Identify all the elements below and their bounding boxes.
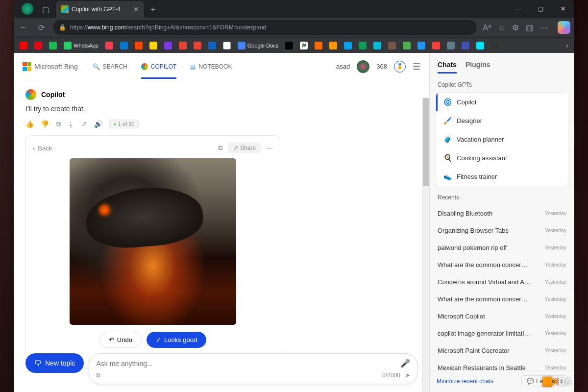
thumbs-down-icon[interactable]: 👎 xyxy=(41,120,49,128)
recent-item[interactable]: What are the common concerns arouYesterd… xyxy=(430,256,574,273)
bookmark-icon[interactable]: W xyxy=(300,42,308,49)
share-icon[interactable]: ↗ xyxy=(81,120,87,128)
bookmark-icon[interactable] xyxy=(34,42,42,49)
copilot-sidebar: Chats Plugins Copilot GPTs 🌀Copilot🖌️Des… xyxy=(430,53,574,392)
card-share-button[interactable]: ↗ Share xyxy=(227,143,262,153)
download-icon[interactable]: ⭳ xyxy=(68,120,74,128)
bookmark-icon[interactable] xyxy=(315,42,322,49)
recent-item[interactable]: Organizing Browser TabsYesterday xyxy=(430,222,574,239)
recent-item[interactable]: Microsoft Paint CocreatorYesterday xyxy=(430,342,574,359)
gpt-item[interactable]: 👟Fitness trainer xyxy=(436,167,568,186)
gpt-item[interactable]: 🌀Copilot xyxy=(436,93,568,111)
bookmark-icon[interactable] xyxy=(179,42,187,49)
chat-input[interactable] xyxy=(96,360,396,368)
thumbs-up-icon[interactable]: 👍 xyxy=(25,120,34,128)
browser-tab-active[interactable]: Copilot with GPT-4 ✕ xyxy=(56,1,144,18)
refresh-icon[interactable]: ⟳ xyxy=(35,23,47,32)
bookmark-icon[interactable] xyxy=(344,42,352,49)
bookmarks-overflow-icon[interactable]: › xyxy=(566,41,568,50)
gpt-item[interactable]: 🖌️Designer xyxy=(436,111,568,130)
new-topic-button[interactable]: 🗨 New topic xyxy=(25,353,84,373)
recent-item[interactable]: Concerns around Virtual and AugmentYeste… xyxy=(430,273,574,291)
bookmark-icon[interactable] xyxy=(223,42,231,49)
back-icon[interactable]: ← xyxy=(18,23,29,32)
bookmark-icon[interactable] xyxy=(135,42,143,49)
more-icon[interactable]: ⋯ xyxy=(540,23,548,32)
new-tab-button[interactable]: ＋ xyxy=(144,1,162,18)
bookmark-icon[interactable] xyxy=(462,42,469,49)
mic-icon[interactable]: 🎤 xyxy=(400,359,410,368)
recent-item[interactable]: Disabling BluetoothYesterday xyxy=(430,205,574,222)
generated-image[interactable] xyxy=(70,158,236,325)
bookmark-icon[interactable] xyxy=(105,42,113,49)
bookmark-googledocs[interactable]: Google Docs xyxy=(238,42,279,49)
card-more-icon[interactable]: ⋯ xyxy=(267,145,273,152)
tab-notebook[interactable]: ▤ NOTEBOOK xyxy=(190,54,232,79)
copilot-sidebar-icon[interactable] xyxy=(558,21,570,34)
recent-item[interactable]: What are the common concerns arouYesterd… xyxy=(430,291,574,308)
profile-icon[interactable] xyxy=(22,3,33,15)
bookmark-icon[interactable] xyxy=(476,42,484,49)
hamburger-icon[interactable]: ☰ xyxy=(413,61,420,72)
gpt-item[interactable]: 🧳Vacation planner xyxy=(436,130,568,148)
watermark: 🟧XDA xyxy=(542,376,571,387)
bookmark-icon[interactable] xyxy=(20,42,27,49)
bookmark-icon[interactable] xyxy=(149,42,157,49)
camera-icon[interactable]: ⧉ xyxy=(96,372,100,379)
collections-icon[interactable]: ▥ xyxy=(526,23,533,32)
minimize-window-icon[interactable]: — xyxy=(507,0,529,18)
bookmark-icon[interactable] xyxy=(329,42,337,49)
rewards-icon[interactable]: 🏅 xyxy=(394,61,406,73)
extensions-icon[interactable]: ⚙ xyxy=(512,23,519,32)
bookmark-icon[interactable] xyxy=(49,42,57,49)
tab-copilot[interactable]: COPILOT xyxy=(141,54,177,79)
bookmark-whatsapp[interactable]: WhatsApp xyxy=(64,42,98,49)
bookmark-icon[interactable] xyxy=(194,42,201,49)
sidebar-tab-plugins[interactable]: Plugins xyxy=(466,61,490,74)
recent-title: palworld pokemon rip off xyxy=(438,244,507,251)
undo-button[interactable]: ↶ Undo xyxy=(99,332,142,348)
bookmark-icon[interactable] xyxy=(403,42,411,49)
bookmark-icon[interactable] xyxy=(432,42,440,49)
recent-item[interactable]: Mexican Restaurants in SeattleYesterday xyxy=(430,359,574,370)
read-aloud-icon[interactable]: Aᴬ xyxy=(483,23,491,32)
close-window-icon[interactable]: ✕ xyxy=(552,0,574,18)
sidebar-tab-chats[interactable]: Chats xyxy=(438,61,457,74)
bookmark-icon[interactable] xyxy=(208,42,216,49)
minimize-recents-link[interactable]: Minimize recent chats xyxy=(437,378,493,385)
copy-icon[interactable]: ⧉ xyxy=(56,120,61,128)
looks-good-button[interactable]: ✓ Looks good xyxy=(147,332,206,348)
recent-title: What are the common concerns arou xyxy=(438,261,531,269)
maximize-window-icon[interactable]: ▢ xyxy=(529,0,552,18)
recent-item[interactable]: palworld pokemon rip offYesterday xyxy=(430,239,574,256)
tab-close-icon[interactable]: ✕ xyxy=(133,5,139,13)
bookmark-icon[interactable] xyxy=(447,42,455,49)
recent-title: Concerns around Virtual and Augment xyxy=(438,278,531,286)
card-copy-icon[interactable]: ⧉ xyxy=(218,144,222,152)
recent-title: Disabling Bluetooth xyxy=(438,210,492,217)
speaker-icon[interactable]: 🔊 xyxy=(94,120,102,128)
bing-logo[interactable]: Microsoft Bing xyxy=(23,62,78,71)
favorite-icon[interactable]: ☆ xyxy=(498,23,505,32)
tab-search[interactable]: 🔍 SEARCH xyxy=(93,54,127,79)
recent-time: Yesterday xyxy=(545,331,566,336)
main-scrollbar[interactable] xyxy=(422,98,429,392)
bookmark-icon[interactable] xyxy=(164,42,172,49)
bookmark-icon[interactable] xyxy=(417,42,425,49)
bookmark-icon[interactable] xyxy=(359,42,367,49)
avatar[interactable] xyxy=(357,60,369,73)
bookmark-icon[interactable] xyxy=(373,42,381,49)
bookmark-icon[interactable] xyxy=(388,42,396,49)
bookmark-icon[interactable] xyxy=(285,42,293,49)
bookmark-icon[interactable] xyxy=(491,42,499,49)
address-bar[interactable]: 🔒 https://www.bing.com/search?q=Bing+AI&… xyxy=(53,20,477,35)
card-back-button[interactable]: ‹ Back xyxy=(33,145,52,152)
recent-item[interactable]: Microsoft CopilotYesterday xyxy=(430,308,574,325)
recent-item[interactable]: copilot image generator limitation forYe… xyxy=(430,325,574,342)
undo-icon: ↶ xyxy=(109,336,114,343)
workspaces-icon[interactable]: ▢ xyxy=(42,5,51,14)
send-icon[interactable]: ➤ xyxy=(405,372,410,379)
bookmark-icon[interactable] xyxy=(120,42,128,49)
gpt-label: Cooking assistant xyxy=(457,154,507,162)
gpt-item[interactable]: 🍳Cooking assistant xyxy=(436,148,568,167)
